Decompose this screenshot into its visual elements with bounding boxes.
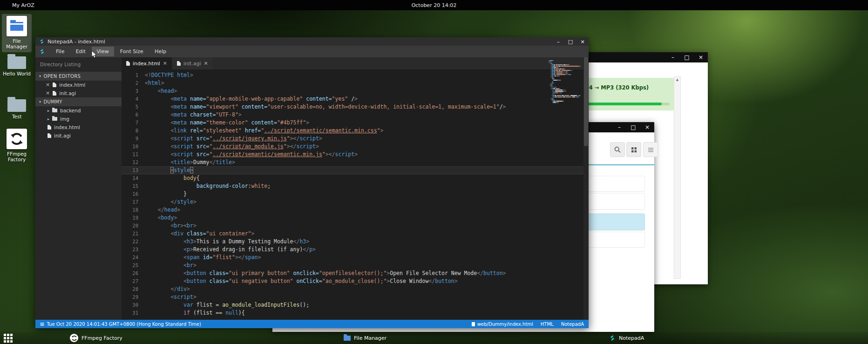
desktop-icon-test[interactable]: Test (2, 95, 32, 119)
taskbar-item-notepada[interactable]: NotepadA (609, 332, 644, 344)
maximize-button[interactable]: □ (626, 122, 640, 132)
tab-index-html[interactable]: index.html × (122, 57, 172, 69)
minimize-button[interactable]: – (552, 39, 564, 45)
notepada-logo-icon (39, 39, 45, 44)
grid-view-icon (631, 147, 637, 153)
menu-bar: File Edit View Font Size Help (35, 46, 589, 57)
folder-icon (7, 99, 26, 112)
close-button[interactable]: × (694, 52, 708, 62)
maximize-button[interactable]: □ (564, 39, 576, 45)
window-title: NotepadA - index.html (47, 39, 105, 45)
search-icon (614, 146, 621, 153)
desktop-icon-label: Test (2, 114, 32, 119)
file-icon (177, 61, 181, 66)
notepada-window: NotepadA - index.html – □ × File Edit Vi… (35, 37, 589, 328)
tab-bar: index.html × init.agi × (122, 57, 589, 69)
section-project-dummy[interactable]: ▾ DUMMY (35, 97, 122, 106)
minimize-button[interactable]: – (612, 122, 626, 132)
tree-folder-img[interactable]: ▸ img (35, 115, 122, 123)
chevron-right-icon: ▸ (47, 117, 49, 121)
taskbar-item-label: File Manager (354, 335, 387, 341)
close-icon[interactable]: × (46, 91, 50, 96)
file-icon (47, 125, 51, 130)
status-language: HTML (541, 322, 554, 327)
file-manager-icon (7, 16, 27, 36)
open-editor-index-html[interactable]: × index.html (35, 81, 122, 89)
tree-file-index-html[interactable]: index.html (35, 123, 122, 131)
folder-icon (7, 56, 26, 69)
file-icon (53, 83, 56, 87)
taskbar-item-ffmpeg-factory[interactable]: FFmpeg Factory (70, 332, 122, 344)
status-datetime: Tue Oct 20 2020 14:01:43 GMT+0800 (Hong … (47, 322, 201, 327)
desktop-icon-hello-world[interactable]: Hello World (2, 52, 32, 76)
menu-edit[interactable]: Edit (70, 47, 90, 56)
sidebar-header: Directory Listing (35, 57, 122, 72)
file-label: index.html (59, 82, 85, 88)
tree-file-init-agi[interactable]: init.agi (35, 131, 122, 140)
editor-scrollbar-thumb[interactable] (584, 57, 588, 146)
clock: October 20 14:02 (412, 2, 457, 8)
status-app-name: NotepadA (561, 322, 584, 327)
datetime-icon: ▤ (40, 322, 44, 326)
section-label: OPEN EDITORS (43, 74, 81, 79)
desktop-stage: My ArOZ October 20 14:02 File Manager He… (0, 0, 868, 344)
close-button[interactable]: × (640, 122, 654, 132)
converter-scrollbar[interactable]: ▲ (674, 76, 681, 279)
open-editor-init-agi[interactable]: × init.agi (35, 89, 122, 97)
menu-view[interactable]: View (92, 47, 114, 56)
code-editor[interactable]: 1<!DOCTYPE html>2<html>3 <head>4 <meta n… (122, 69, 589, 320)
tree-folder-backend[interactable]: ▸ backend (35, 106, 122, 115)
list-view-icon (648, 147, 654, 153)
directory-sidebar: Directory Listing ▾ OPEN EDITORS × index… (35, 57, 122, 320)
desktop-icon-label: FFmpeg Factory (2, 151, 32, 162)
menu-font-size[interactable]: Font Size (115, 47, 149, 56)
desktop-icon-label: Hello World (2, 71, 32, 76)
file-icon (126, 61, 130, 66)
editor-pane: index.html × init.agi × 1<!DOCTYPE html>… (122, 57, 589, 320)
app-launcher-button[interactable] (4, 334, 13, 343)
file-icon (47, 133, 51, 138)
scroll-up-icon[interactable]: ▲ (674, 77, 680, 83)
taskbar: FFmpeg Factory File Manager NotepadA (0, 332, 868, 344)
notepada-logo-icon (609, 335, 616, 341)
top-bar: My ArOZ October 20 14:02 (0, 0, 868, 10)
folder-icon (344, 336, 351, 341)
chevron-down-icon: ▾ (39, 74, 41, 78)
tab-init-agi[interactable]: init.agi × (172, 57, 213, 69)
search-button[interactable] (610, 142, 625, 157)
file-label: init.agi (59, 90, 76, 96)
menu-help[interactable]: Help (149, 47, 171, 56)
minimap[interactable] (549, 60, 581, 103)
folder-icon (52, 117, 57, 121)
status-bar: ▤ Tue Oct 20 2020 14:01:43 GMT+0800 (Hon… (35, 320, 589, 328)
file-icon (53, 91, 56, 96)
status-file-path: web/Dummy/index.html (477, 322, 533, 327)
close-button[interactable]: × (576, 39, 589, 45)
chevron-right-icon: ▸ (47, 109, 49, 113)
notepada-titlebar[interactable]: NotepadA - index.html – □ × (35, 37, 589, 46)
minimize-button[interactable]: – (666, 52, 680, 62)
section-open-editors[interactable]: ▾ OPEN EDITORS (35, 72, 122, 81)
menu-file[interactable]: File (51, 47, 69, 56)
notepada-logo-icon (39, 48, 45, 55)
aroz-start-menu[interactable]: My ArOZ (0, 2, 34, 8)
close-icon[interactable]: × (163, 61, 167, 66)
file-label: index.html (54, 124, 80, 130)
taskbar-item-file-manager[interactable]: File Manager (344, 332, 387, 344)
close-icon[interactable]: × (46, 83, 50, 87)
desktop-icon-file-manager[interactable]: File Manager (2, 14, 32, 52)
desktop-icon-ffmpeg-factory[interactable]: FFmpeg Factory (2, 129, 32, 162)
folder-label: img (60, 116, 69, 122)
maximize-button[interactable]: □ (680, 52, 694, 62)
editor-scrollbar[interactable] (583, 57, 589, 320)
tab-label: init.agi (183, 61, 201, 67)
recycle-icon (7, 129, 27, 149)
folder-icon (52, 109, 57, 112)
chevron-down-icon: ▾ (39, 100, 41, 104)
grid-view-button[interactable] (626, 142, 641, 157)
desktop-icon-label: File Manager (2, 38, 32, 49)
taskbar-item-label: NotepadA (619, 335, 644, 341)
close-icon[interactable]: × (204, 61, 208, 66)
list-view-button[interactable] (643, 142, 658, 157)
file-label: init.agi (54, 133, 71, 138)
